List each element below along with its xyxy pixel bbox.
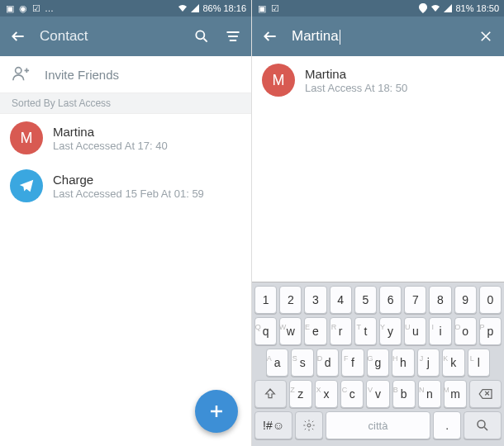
period-key[interactable]: .	[433, 411, 460, 439]
location-icon	[418, 3, 428, 13]
key-k[interactable]: kK	[442, 349, 464, 377]
battery-text: 81%	[455, 3, 473, 13]
time-text: 18:16	[223, 3, 246, 13]
app-bar: Contact	[0, 17, 251, 56]
more-icon: …	[45, 3, 54, 13]
key-i[interactable]: iI	[429, 317, 451, 345]
contact-name: Charge	[53, 173, 204, 187]
screen-title: Contact	[40, 28, 180, 45]
svg-point-1	[16, 67, 21, 73]
key-q[interactable]: qQ	[254, 317, 277, 345]
telegram-avatar	[10, 169, 43, 202]
clear-button[interactable]	[476, 26, 496, 46]
search-result-row[interactable]: M Martina Last Access At 18: 50	[252, 56, 504, 104]
contact-row[interactable]: Charge Last Accessed 15 Feb At 01: 59	[0, 162, 251, 210]
key-2[interactable]: 2	[279, 286, 302, 314]
key-b[interactable]: bB	[392, 380, 416, 408]
space-key[interactable]: città	[326, 411, 431, 439]
key-z[interactable]: zZ	[289, 380, 312, 408]
key-8[interactable]: 8	[429, 286, 451, 314]
status-bar: ▣ ☑ 81% 18:50	[252, 0, 504, 17]
search-bar: Martina	[252, 17, 504, 56]
wifi-icon	[430, 3, 440, 13]
sort-button[interactable]	[223, 26, 243, 46]
key-3[interactable]: 3	[304, 286, 326, 314]
key-9[interactable]: 9	[454, 286, 477, 314]
key-m[interactable]: mM	[444, 380, 467, 408]
key-w[interactable]: wW	[279, 317, 302, 345]
key-7[interactable]: 7	[404, 286, 426, 314]
invite-label: Invite Friends	[45, 68, 119, 82]
key-g[interactable]: gG	[367, 349, 389, 377]
contact-name: Martina	[305, 67, 407, 81]
shift-key[interactable]	[254, 380, 287, 408]
svg-point-0	[196, 31, 204, 39]
check-icon: ☑	[270, 3, 280, 13]
key-n[interactable]: nN	[418, 380, 441, 408]
back-button[interactable]	[260, 26, 280, 46]
signal-icon	[190, 3, 200, 13]
key-s[interactable]: sS	[291, 349, 313, 377]
symbols-key[interactable]: !#☺	[254, 411, 292, 439]
sync-icon: ◉	[18, 3, 28, 13]
avatar: M	[262, 64, 295, 97]
signal-icon	[443, 3, 453, 13]
contact-name: Martina	[53, 125, 168, 139]
backspace-key[interactable]	[469, 380, 502, 408]
notification-icon: ▣	[257, 3, 267, 13]
key-6[interactable]: 6	[379, 286, 402, 314]
time-text: 18:50	[476, 3, 499, 13]
key-0[interactable]: 0	[479, 286, 502, 314]
search-screen: ▣ ☑ 81% 18:50 Martina M	[252, 0, 504, 446]
key-4[interactable]: 4	[330, 286, 352, 314]
back-button[interactable]	[8, 26, 28, 46]
settings-key[interactable]	[295, 411, 322, 439]
key-r[interactable]: rR	[330, 317, 352, 345]
key-e[interactable]: eE	[304, 317, 326, 345]
keyboard: 1234567890 qQwWeErRtTyYuUiIoOpP aAsSdDfF…	[252, 282, 504, 446]
key-u[interactable]: uU	[404, 317, 426, 345]
search-input[interactable]: Martina	[292, 28, 464, 45]
invite-friends-row[interactable]: Invite Friends	[0, 56, 251, 93]
section-header: Sorted By Last Access	[0, 93, 251, 114]
key-j[interactable]: jJ	[417, 349, 440, 377]
svg-point-3	[478, 420, 485, 428]
contact-status: Last Access At 18: 50	[305, 82, 407, 94]
check-icon: ☑	[31, 3, 41, 13]
notification-icon: ▣	[5, 3, 15, 13]
contact-status: Last Accessed At 17: 40	[53, 140, 168, 152]
key-o[interactable]: oO	[454, 317, 477, 345]
avatar: M	[10, 121, 43, 154]
search-key[interactable]	[464, 411, 502, 439]
add-contact-fab[interactable]	[195, 390, 238, 433]
key-c[interactable]: cC	[340, 380, 364, 408]
key-1[interactable]: 1	[254, 286, 277, 314]
key-p[interactable]: pP	[479, 317, 502, 345]
status-bar: ▣ ◉ ☑ … 86% 18:16	[0, 0, 251, 17]
invite-icon	[12, 64, 30, 85]
contacts-screen: ▣ ◉ ☑ … 86% 18:16 Contact	[0, 0, 252, 446]
battery-text: 86%	[202, 3, 221, 13]
search-button[interactable]	[192, 26, 212, 46]
wifi-icon	[178, 3, 188, 13]
contact-status: Last Accessed 15 Feb At 01: 59	[53, 187, 204, 200]
key-d[interactable]: dD	[316, 349, 339, 377]
contact-row[interactable]: M Martina Last Accessed At 17: 40	[0, 114, 251, 162]
key-h[interactable]: hH	[392, 349, 414, 377]
key-5[interactable]: 5	[354, 286, 377, 314]
key-a[interactable]: aA	[266, 349, 288, 377]
svg-point-2	[307, 424, 311, 427]
key-y[interactable]: yY	[379, 317, 402, 345]
key-f[interactable]: fF	[341, 349, 364, 377]
key-l[interactable]: lL	[468, 349, 490, 377]
key-x[interactable]: xX	[315, 380, 338, 408]
key-v[interactable]: vV	[366, 380, 389, 408]
key-t[interactable]: tT	[354, 317, 377, 345]
